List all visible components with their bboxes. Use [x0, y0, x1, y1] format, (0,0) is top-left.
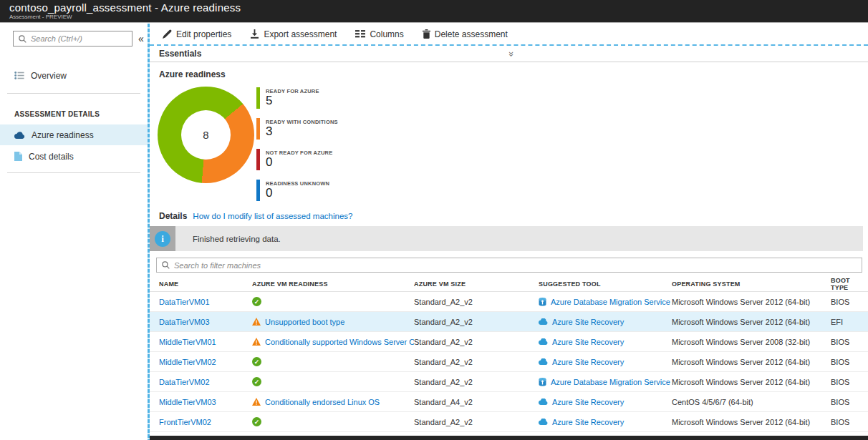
pencil-icon: [163, 29, 172, 39]
chart-legend: READY FOR AZURE 5 READY WITH CONDITIONS …: [256, 87, 338, 201]
sidebar-search[interactable]: [13, 31, 132, 47]
vm-size-cell: Standard_A2_v2: [414, 318, 539, 326]
sidebar-item-cost-details[interactable]: Cost details: [0, 146, 148, 167]
machines-table: NAME AZURE VM READINESS AZURE VM SIZE SU…: [150, 276, 868, 432]
site-recovery-cloud-icon: [539, 358, 548, 365]
modify-machines-link[interactable]: How do I modify list of assessed machine…: [193, 212, 352, 220]
search-icon: [162, 261, 170, 269]
delete-assessment-button[interactable]: Delete assessment: [423, 29, 508, 39]
os-cell: Microsoft Windows Server 2012 (64-bit): [672, 358, 831, 366]
machine-name-link[interactable]: DataTierVM03: [159, 318, 210, 326]
table-row[interactable]: MiddleTierVM02 ✓ Standard_A2_v2 Azure Si…: [150, 352, 868, 372]
site-recovery-cloud-icon: [539, 399, 548, 405]
vm-size-cell: Standard_A2_v2: [414, 378, 539, 386]
suggested-tool-link[interactable]: Azure Site Recovery: [552, 418, 624, 426]
readiness-issue-link[interactable]: Conditionally supported Windows Server O…: [265, 338, 414, 346]
site-recovery-cloud-icon: [539, 318, 548, 325]
info-message: Finished retrieving data.: [193, 235, 281, 243]
machine-name-link[interactable]: MiddleTierVM02: [159, 358, 216, 366]
trash-icon: [423, 29, 430, 39]
warning-icon: [252, 318, 261, 326]
azure-portal-page: contoso_payroll_assessment - Azure readi…: [0, 0, 868, 440]
table-row[interactable]: MiddleTierVM03 Conditionally endorsed Li…: [150, 392, 868, 412]
machine-filter-input[interactable]: [174, 261, 857, 270]
sidebar-divider: [7, 93, 140, 94]
sidebar-collapse-button[interactable]: «: [138, 33, 144, 44]
os-cell: Microsoft Windows Server 2008 (32-bit): [672, 338, 831, 346]
warning-icon: [252, 398, 261, 406]
site-recovery-cloud-icon: [539, 338, 548, 345]
table-header: NAME AZURE VM READINESS AZURE VM SIZE SU…: [150, 276, 868, 292]
machine-table-body: DataTierVM01 ✓ Standard_A2_v2 Azure Data…: [150, 292, 868, 432]
vm-size-cell: Standard_A2_v2: [414, 338, 539, 346]
essentials-label: Essentials: [159, 49, 201, 59]
column-header-boot-type[interactable]: BOOT TYPE: [831, 277, 868, 291]
table-row[interactable]: FrontTierVM02 ✓ Standard_A2_v2 Azure Sit…: [150, 412, 868, 432]
suggested-tool-link[interactable]: Azure Site Recovery: [552, 318, 624, 326]
blade-title-bar: contoso_payroll_assessment - Azure readi…: [0, 0, 868, 23]
cost-details-icon: [14, 152, 22, 161]
suggested-tool-link[interactable]: Azure Database Migration Service: [551, 378, 670, 386]
column-header-os[interactable]: OPERATING SYSTEM: [672, 280, 831, 288]
sidebar-item-overview[interactable]: Overview: [0, 65, 148, 86]
download-icon: [250, 29, 259, 39]
column-header-vm-size[interactable]: AZURE VM SIZE: [414, 280, 539, 288]
vm-size-cell: Standard_A2_v2: [414, 358, 539, 366]
suggested-tool-link[interactable]: Azure Site Recovery: [552, 398, 624, 406]
boot-type-cell: BIOS: [831, 418, 868, 426]
legend-label: NOT READY FOR AZURE: [266, 150, 332, 156]
legend-item: NOT READY FOR AZURE 0: [256, 149, 338, 170]
ready-check-icon: ✓: [252, 297, 261, 306]
vm-size-cell: Standard_A2_v2: [414, 298, 539, 306]
sidebar-section-header: ASSESSMENT DETAILS: [14, 110, 100, 118]
essentials-bar: Essentials »: [150, 44, 868, 62]
assessment-blade: Edit properties Export assessment Column…: [150, 24, 868, 440]
machine-name-link[interactable]: DataTierVM02: [159, 378, 210, 386]
legend-color-bar: [256, 118, 260, 140]
legend-value: 0: [266, 187, 329, 200]
legend-value: 0: [266, 156, 332, 169]
database-migration-icon: [539, 298, 546, 306]
machine-name-link[interactable]: FrontTierVM02: [159, 418, 211, 426]
essentials-expand-chevron[interactable]: »: [506, 52, 517, 57]
vm-size-cell: Standard_A4_v2: [414, 398, 539, 406]
machine-name-link[interactable]: MiddleTierVM03: [159, 398, 216, 406]
legend-color-bar: [256, 87, 260, 109]
sidebar-search-input[interactable]: [31, 34, 127, 43]
table-row[interactable]: DataTierVM01 ✓ Standard_A2_v2 Azure Data…: [150, 292, 868, 312]
readiness-issue-link[interactable]: Conditionally endorsed Linux OS: [265, 398, 380, 406]
columns-icon: [355, 30, 365, 38]
details-label: Details: [159, 211, 187, 221]
table-row[interactable]: DataTierVM03 Unsupported boot type Stand…: [150, 312, 868, 332]
boot-type-cell: BIOS: [831, 338, 868, 346]
cloud-icon: [14, 132, 25, 139]
os-cell: Microsoft Windows Server 2012 (64-bit): [672, 298, 831, 306]
boot-type-cell: BIOS: [831, 378, 868, 386]
sidebar-item-azure-readiness[interactable]: Azure readiness: [0, 124, 148, 145]
legend-item: READY WITH CONDITIONS 3: [256, 118, 338, 140]
site-recovery-cloud-icon: [539, 419, 548, 425]
bottom-strip: [150, 436, 868, 440]
suggested-tool-link[interactable]: Azure Site Recovery: [552, 338, 624, 346]
legend-color-bar: [256, 149, 260, 170]
machine-name-link[interactable]: DataTierVM01: [159, 298, 210, 306]
machine-name-link[interactable]: MiddleTierVM01: [159, 338, 216, 346]
column-header-tool[interactable]: SUGGESTED TOOL: [539, 280, 672, 288]
columns-button[interactable]: Columns: [355, 29, 403, 39]
table-row[interactable]: DataTierVM02 ✓ Standard_A2_v2 Azure Data…: [150, 372, 868, 392]
readiness-issue-link[interactable]: Unsupported boot type: [265, 318, 344, 326]
suggested-tool-link[interactable]: Azure Site Recovery: [552, 358, 624, 366]
readiness-donut-chart: 8: [158, 87, 254, 183]
donut-total: 8: [181, 110, 231, 160]
column-header-name[interactable]: NAME: [159, 280, 252, 288]
sidebar-item-label: Cost details: [29, 152, 74, 162]
edit-properties-button[interactable]: Edit properties: [163, 29, 231, 39]
legend-color-bar: [256, 180, 260, 201]
suggested-tool-link[interactable]: Azure Database Migration Service: [551, 298, 670, 306]
os-cell: Microsoft Windows Server 2012 (64-bit): [672, 418, 831, 426]
table-row[interactable]: MiddleTierVM01 Conditionally supported W…: [150, 332, 868, 352]
export-assessment-button[interactable]: Export assessment: [250, 29, 337, 39]
column-header-readiness[interactable]: AZURE VM READINESS: [252, 280, 414, 288]
sidebar: « Overview ASSESSMENT DETAILS Azure read…: [0, 24, 148, 440]
machine-filter[interactable]: [156, 258, 862, 273]
